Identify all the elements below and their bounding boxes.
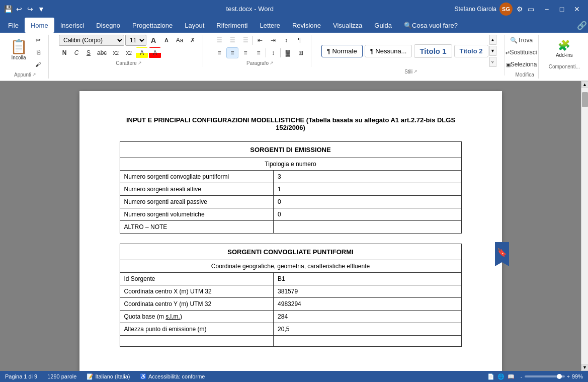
editing-row2: ⇄ Sostituisci	[515, 47, 527, 58]
scroll-up-button[interactable]: ▲	[581, 81, 589, 88]
menu-visualizza[interactable]: Visualizza	[327, 18, 368, 33]
settings-icon[interactable]: ⚙	[516, 5, 524, 13]
zoom-thumb[interactable]	[557, 374, 562, 379]
zoom-level: 99%	[572, 373, 583, 379]
align-center-button[interactable]: ≡	[226, 47, 238, 58]
borders-button[interactable]: ⊞	[295, 47, 307, 58]
menu-file[interactable]: File	[2, 18, 25, 33]
decrease-indent-button[interactable]: ⇤	[254, 35, 266, 46]
change-case-button[interactable]: Aa	[174, 35, 186, 46]
avatar[interactable]: SG	[499, 3, 513, 16]
menu-inserisci[interactable]: Inserisci	[54, 18, 91, 33]
zoom-minus-button[interactable]: -	[521, 373, 523, 379]
menu-guida[interactable]: Guida	[368, 18, 398, 33]
undo-icon[interactable]: ↩	[15, 5, 23, 13]
t2-row4-label: Quota base (m s.l.m.)	[120, 311, 274, 323]
redo-icon[interactable]: ↪	[26, 5, 34, 13]
font-size-select[interactable]: 11	[125, 35, 146, 46]
menu-layout[interactable]: Layout	[179, 18, 210, 33]
clear-format-button[interactable]: ✗	[187, 35, 199, 46]
ribbon-toggle-icon[interactable]: ▭	[527, 5, 535, 13]
layout-read-icon[interactable]: 📖	[508, 373, 515, 380]
table-row: ALTRO – NOTE	[120, 221, 461, 234]
underline-button[interactable]: S	[83, 47, 94, 58]
menu-riferimenti[interactable]: Riferimenti	[210, 18, 254, 33]
highlight-button[interactable]: A	[136, 47, 148, 58]
maximize-button[interactable]: □	[555, 4, 569, 15]
addins-group-label: Componenti...	[549, 63, 580, 69]
menu-progettazione[interactable]: Progettazione	[126, 18, 179, 33]
user-info: Stefano Giarola SG ⚙ ▭	[455, 3, 535, 16]
shading-button[interactable]: ▓	[282, 47, 294, 58]
share-icon[interactable]: 🔗	[578, 21, 586, 29]
scroll-down-button[interactable]: ▼	[581, 364, 589, 371]
menu-home[interactable]: Home	[25, 18, 54, 33]
layout-print-icon[interactable]: 📄	[487, 373, 494, 380]
style-heading2[interactable]: Titolo 2	[454, 45, 488, 57]
clipboard-expand-icon[interactable]: ↗	[32, 72, 36, 77]
font-family-select[interactable]: Calibri (Corpo)	[59, 35, 124, 46]
menu-search[interactable]: 🔍 Cosa vuoi fare?	[398, 18, 464, 33]
grow-font-button[interactable]: A	[147, 35, 159, 46]
font-color-button[interactable]: A	[149, 47, 161, 58]
copy-button[interactable]: ⎘	[32, 47, 44, 58]
scroll-thumb[interactable]	[582, 92, 588, 107]
bullets-button[interactable]: ☰	[213, 35, 225, 46]
style-heading1[interactable]: Titolo 1	[414, 44, 452, 58]
format-painter-button[interactable]: 🖌	[32, 59, 44, 70]
style-normal[interactable]: ¶ Normale	[321, 45, 363, 57]
layout-web-icon[interactable]: 🌐	[497, 373, 505, 380]
replace-button[interactable]: ⇄ Sostituisci	[515, 47, 527, 58]
zoom-plus-button[interactable]: +	[567, 373, 570, 379]
increase-indent-button[interactable]: ⇥	[267, 35, 279, 46]
document-title: INPUT E PRINCIPALI CONFIGURAZIONI MODELL…	[120, 116, 462, 131]
multilevel-button[interactable]: ☰	[239, 35, 251, 46]
italic-button[interactable]: C	[71, 47, 82, 58]
strikethrough-button[interactable]: abc	[95, 47, 109, 58]
para-row2: ≡ ≡ ≡ ≡ ↕ ▓ ⊞	[213, 47, 307, 58]
find-button[interactable]: 🔍 Trova	[515, 35, 527, 46]
subscript-button[interactable]: x2	[110, 47, 122, 58]
addins-group: 🧩 Add-ins Componenti...	[547, 35, 584, 70]
styles-panel: ¶ Normale ¶ Nessuna... Titolo 1 Titolo 2	[321, 35, 488, 67]
font-expand-icon[interactable]: ↗	[138, 60, 142, 65]
vertical-scrollbar: ▲ ▼	[581, 81, 588, 371]
table-sorgenti-puntiformi: SORGENTI CONVOGLIATE PUNTIFORMI Coordina…	[120, 244, 462, 347]
document-scroll[interactable]: 🔖 INPUT E PRINCIPALI CONFIGURAZIONI MODE…	[0, 81, 581, 371]
bold-button[interactable]: N	[59, 47, 70, 58]
sort-button[interactable]: ↕	[280, 35, 292, 46]
t2-row6-label	[120, 336, 274, 347]
addins-label: Add-ins	[556, 52, 573, 58]
align-right-button[interactable]: ≡	[239, 47, 251, 58]
quick-access-dropdown-icon[interactable]: ▼	[37, 5, 45, 13]
bookmark-icon[interactable]: 🔖	[495, 242, 509, 262]
save-icon[interactable]: 💾	[4, 5, 12, 13]
menu-disegno[interactable]: Disegno	[90, 18, 126, 33]
zoom-slider[interactable]	[525, 375, 565, 377]
styles-scroll-expand[interactable]: ▿	[489, 57, 496, 67]
addins-button[interactable]: 🧩 Add-ins	[552, 35, 576, 62]
paragraph-expand-icon[interactable]: ↗	[270, 60, 274, 65]
cut-button[interactable]: ✂	[32, 35, 44, 46]
menu-lettere[interactable]: Lettere	[254, 18, 286, 33]
select-button[interactable]: ▣ Seleziona	[515, 59, 527, 70]
show-marks-button[interactable]: ¶	[293, 35, 305, 46]
table1-subheader: Tipologia e numero	[120, 158, 461, 171]
shrink-font-button[interactable]: A	[160, 35, 173, 46]
paste-button[interactable]: 📋 Incolla	[6, 35, 31, 64]
justify-button[interactable]: ≡	[253, 47, 265, 58]
scroll-track[interactable]	[581, 88, 588, 364]
align-left-button[interactable]: ≡	[213, 47, 225, 58]
minimize-button[interactable]: −	[540, 4, 554, 15]
menu-revisione[interactable]: Revisione	[286, 18, 327, 33]
numbering-button[interactable]: ☰	[226, 35, 238, 46]
table1-header: SORGENTI DI EMISSIONE	[120, 142, 461, 158]
close-button[interactable]: ✕	[570, 4, 584, 15]
quick-access-toolbar: 💾 ↩ ↪ ▼	[4, 5, 45, 13]
styles-scroll-down[interactable]: ▼	[489, 46, 496, 56]
styles-scroll-up[interactable]: ▲	[489, 35, 496, 45]
styles-expand-icon[interactable]: ↗	[413, 69, 417, 74]
style-no-spacing[interactable]: ¶ Nessuna...	[365, 45, 412, 57]
line-spacing-button[interactable]: ↕	[267, 47, 279, 58]
superscript-button[interactable]: x2	[123, 47, 135, 58]
